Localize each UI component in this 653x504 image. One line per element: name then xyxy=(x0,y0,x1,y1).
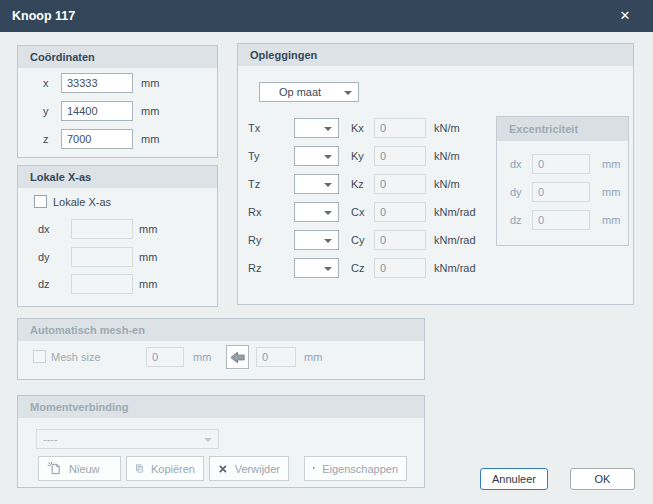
cz-input xyxy=(374,258,426,278)
tz-label: Tz xyxy=(248,174,260,194)
ky-unit-label: kN/m xyxy=(434,146,460,166)
cy-label: Cy xyxy=(351,230,364,250)
cz-label: Cz xyxy=(351,258,364,278)
ty-label: Ty xyxy=(248,146,260,166)
dialog-title: Knoop 117 xyxy=(12,0,75,32)
chevron-down-icon xyxy=(324,211,332,215)
ky-label: Ky xyxy=(351,146,364,166)
dz-label: dz xyxy=(38,274,50,294)
delete-button: Verwijder xyxy=(209,456,289,481)
cx-unit-label: kNm/rad xyxy=(434,202,476,222)
dy-label: dy xyxy=(38,247,50,267)
x-coordinate-input[interactable] xyxy=(61,73,133,93)
new-button-label: Nieuw xyxy=(69,463,100,475)
copy-button: Kopiëren xyxy=(126,456,204,481)
mesh-size-checkbox-label: Mesh size xyxy=(51,347,101,367)
chevron-down-icon xyxy=(324,183,332,187)
ecc-dz-unit-label: mm xyxy=(602,210,620,230)
z-unit-label: mm xyxy=(141,129,159,149)
local-x-axis-panel-title: Lokale X-as xyxy=(18,166,217,188)
copy-button-label: Kopiëren xyxy=(151,463,195,475)
ecc-dx-unit-label: mm xyxy=(602,154,620,174)
properties-icon xyxy=(313,461,315,476)
tz-select[interactable] xyxy=(294,174,339,194)
apply-left-arrow-button xyxy=(226,345,249,369)
support-preset-value: Op maat xyxy=(260,83,340,101)
ty-select[interactable] xyxy=(294,146,339,166)
cx-label: Cx xyxy=(351,202,364,222)
cx-input xyxy=(374,202,426,222)
coordinates-panel: Coördinaten x mm y mm z mm xyxy=(17,45,218,158)
dz-input xyxy=(71,274,133,294)
kz-unit-label: kN/m xyxy=(434,174,460,194)
ecc-dy-unit-label: mm xyxy=(602,182,620,202)
ry-select[interactable] xyxy=(294,230,339,250)
moment-connection-select: ---- xyxy=(36,429,219,449)
node-properties-dialog: Knoop 117 ✕ Coördinaten x mm y mm z mm L… xyxy=(0,0,653,504)
tx-label: Tx xyxy=(248,118,260,138)
local-x-axis-checkbox-label: Lokale X-as xyxy=(53,192,111,212)
local-x-axis-panel: Lokale X-as Lokale X-as dx mm dy mm dz m… xyxy=(17,165,218,307)
properties-button-label: Eigenschappen xyxy=(322,463,398,475)
supports-panel: Opleggingen Op maat Tx Kx kN/m Ty Ky kN/… xyxy=(237,43,634,305)
ecc-dz-label: dz xyxy=(510,210,522,230)
ecc-dx-input xyxy=(532,154,590,174)
chevron-down-icon xyxy=(324,127,332,131)
chevron-down-icon xyxy=(324,155,332,159)
tx-select[interactable] xyxy=(294,118,339,138)
dx-unit-label: mm xyxy=(139,219,157,239)
mesh-size-checkbox xyxy=(33,350,46,363)
titlebar: Knoop 117 ✕ xyxy=(0,0,653,32)
ecc-dy-label: dy xyxy=(510,182,522,202)
rx-label: Rx xyxy=(248,202,261,222)
kx-input xyxy=(374,118,426,138)
cz-unit-label: kNm/rad xyxy=(434,258,476,278)
dz-unit-label: mm xyxy=(139,274,157,294)
mesh-right-unit-label: mm xyxy=(304,347,322,367)
delete-icon xyxy=(218,462,228,476)
mesh-left-unit-label: mm xyxy=(193,347,211,367)
ok-button[interactable]: OK xyxy=(570,468,635,490)
ecc-dz-input xyxy=(532,210,590,230)
dy-input xyxy=(71,247,133,267)
supports-panel-title: Opleggingen xyxy=(238,44,633,66)
ry-label: Ry xyxy=(248,230,261,250)
cancel-button[interactable]: Annuleer xyxy=(480,468,548,490)
rz-select[interactable] xyxy=(294,258,339,278)
auto-mesh-panel-title: Automatisch mesh-en xyxy=(18,319,424,341)
kz-input xyxy=(374,174,426,194)
close-icon[interactable]: ✕ xyxy=(613,0,637,32)
new-button: Nieuw xyxy=(38,456,121,481)
local-x-axis-checkbox[interactable] xyxy=(34,195,47,208)
chevron-down-icon xyxy=(324,267,332,271)
chevron-down-icon xyxy=(344,91,352,95)
auto-mesh-panel: Automatisch mesh-en Mesh size mm mm xyxy=(17,318,425,380)
arrow-left-icon xyxy=(229,349,246,366)
z-coordinate-input[interactable] xyxy=(61,129,133,149)
kx-unit-label: kN/m xyxy=(434,118,460,138)
ecc-dx-label: dx xyxy=(510,154,522,174)
cy-unit-label: kNm/rad xyxy=(434,230,476,250)
y-coordinate-input[interactable] xyxy=(61,101,133,121)
z-label: z xyxy=(43,129,49,149)
rx-select[interactable] xyxy=(294,202,339,222)
properties-button: Eigenschappen xyxy=(304,456,407,481)
mesh-size-right-input xyxy=(256,347,296,367)
ky-input xyxy=(374,146,426,166)
moment-connection-select-value: ---- xyxy=(37,430,200,448)
copy-icon xyxy=(135,461,144,476)
y-unit-label: mm xyxy=(141,101,159,121)
moment-connection-panel: Momentverbinding ---- Nieuw Kopiëren xyxy=(17,395,425,488)
x-label: x xyxy=(43,73,49,93)
cy-input xyxy=(374,230,426,250)
ecc-dy-input xyxy=(532,182,590,202)
eccentricity-title: Excentriciteit xyxy=(497,117,628,141)
kx-label: Kx xyxy=(351,118,364,138)
mesh-size-left-input xyxy=(146,347,184,367)
chevron-down-icon xyxy=(204,438,212,442)
support-preset-select[interactable]: Op maat xyxy=(259,82,359,102)
x-unit-label: mm xyxy=(141,73,159,93)
new-document-icon xyxy=(47,461,62,476)
kz-label: Kz xyxy=(351,174,364,194)
dx-input xyxy=(71,219,133,239)
